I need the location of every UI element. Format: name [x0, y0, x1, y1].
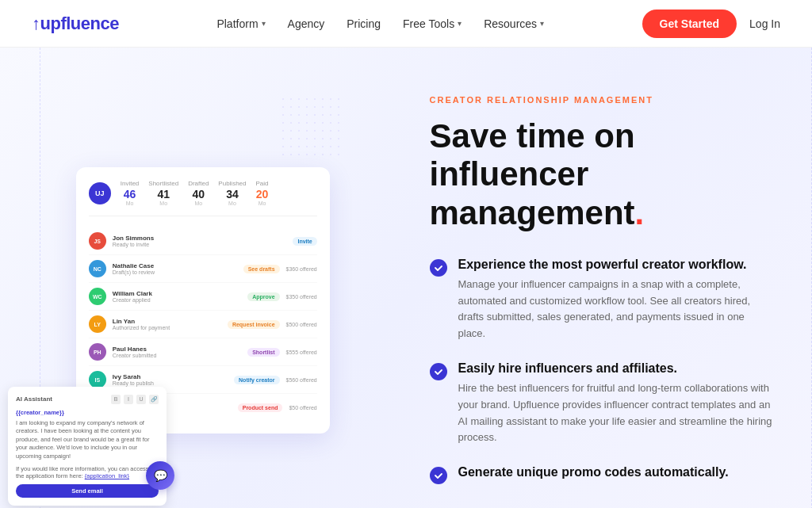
influencer-row: JS Jon Simmons Ready to invite Invite	[89, 227, 317, 255]
nav-resources[interactable]: Resources ▾	[484, 17, 544, 30]
logo[interactable]: ↑upfluence	[32, 13, 119, 34]
feature-title-2: Easily hire influencers and affiliates.	[458, 361, 772, 376]
ai-assistant-label: AI Assistant	[16, 395, 52, 403]
check-icon-3	[430, 467, 447, 484]
row-info: Nathalie Case Draft(s) to review	[113, 262, 237, 275]
row-name: Paul Hanes	[113, 346, 241, 353]
row-name: Ivy Sarah	[113, 373, 228, 380]
row-info: William Clark Creator applied	[113, 290, 241, 303]
ai-toolbar: B I U 🔗	[111, 395, 159, 404]
row-amount: $500 offered	[286, 322, 317, 327]
nav-platform[interactable]: Platform ▾	[216, 17, 265, 30]
ai-chat-icon: 💬	[154, 469, 167, 482]
user-avatar: UJ	[89, 182, 111, 204]
stat-shortlisted: Shortlisted 41 Mo	[148, 180, 178, 206]
row-amount: $560 offered	[286, 377, 317, 383]
feature-desc-1: Manage your influencer campaigns in a sn…	[458, 277, 772, 342]
navbar: ↑upfluence Platform ▾ Agency Pricing Fre…	[0, 0, 812, 48]
row-name: William Clark	[113, 290, 241, 297]
dots-pattern-top	[279, 95, 343, 159]
dashboard-mockup: UJ Invited 46 Mo Shortlisted 41 Mo Draft…	[0, 48, 390, 508]
row-name: Jon Simmons	[113, 235, 287, 242]
nav-agency[interactable]: Agency	[288, 17, 325, 30]
influencer-row: NC Nathalie Case Draft(s) to review See …	[89, 255, 317, 283]
hero-content: CREATOR RELATIONSHIP MANAGEMENT Save tim…	[390, 48, 812, 508]
row-info: Lin Yan Authorized for payment	[113, 318, 221, 330]
chevron-down-icon: ▾	[262, 19, 266, 28]
row-info: Jon Simmons Ready to invite	[113, 235, 287, 247]
check-icon-1	[430, 259, 447, 277]
stat-invited: Invited 46 Mo	[121, 180, 140, 206]
feature-title-1: Experience the most powerful creator wor…	[458, 258, 772, 272]
row-amount: $360 offered	[286, 266, 317, 272]
row-info: Paul Hanes Creator submitted	[113, 346, 241, 358]
feature-desc-2: Hire the best influencers for fruitful a…	[458, 380, 772, 446]
row-amount: $350 offered	[286, 294, 317, 300]
ai-avatar-circle: 💬	[146, 461, 174, 490]
ai-assistant-header: AI Assistant B I U 🔗	[16, 395, 159, 404]
row-info: Ivy Sarah Ready to publish	[113, 373, 228, 386]
bold-icon[interactable]: B	[111, 395, 121, 404]
ai-application-link[interactable]: {application_link}	[85, 472, 129, 479]
get-started-button[interactable]: Get Started	[642, 10, 737, 38]
section-label: CREATOR RELATIONSHIP MANAGEMENT	[430, 95, 772, 105]
stat-paid: Paid 20 Mo	[256, 180, 269, 206]
row-status: Authorized for payment	[113, 325, 221, 330]
row-name: Lin Yan	[113, 318, 221, 325]
row-status: Draft(s) to review	[113, 269, 237, 275]
row-badge[interactable]: Request invoice	[228, 320, 280, 329]
row-avatar: IS	[89, 371, 106, 388]
row-name: Nathalie Case	[113, 262, 237, 269]
row-badge[interactable]: Shortlist	[247, 348, 279, 357]
influencer-row: WC William Clark Creator applied Approve…	[89, 283, 317, 311]
feature-title-3: Generate unique promo codes automaticall…	[458, 465, 729, 479]
hero-headline: Save time on influencer management.	[430, 117, 772, 232]
nav-pricing[interactable]: Pricing	[347, 17, 381, 30]
row-avatar: JS	[89, 232, 106, 250]
feature-item-3: Generate unique promo codes automaticall…	[430, 465, 772, 484]
hero-section: UJ Invited 46 Mo Shortlisted 41 Mo Draft…	[0, 48, 812, 508]
row-status: Creator applied	[113, 297, 241, 303]
row-badge[interactable]: See drafts	[243, 265, 280, 273]
stats-row: UJ Invited 46 Mo Shortlisted 41 Mo Draft…	[89, 180, 317, 216]
italic-icon[interactable]: I	[124, 395, 133, 404]
logo-text: ↑upfluence	[32, 13, 119, 34]
row-status: Ready to invite	[113, 242, 287, 247]
row-amount: $50 offered	[289, 405, 316, 411]
feature-item-2: Easily hire influencers and affiliates. …	[430, 361, 772, 446]
row-avatar: NC	[89, 260, 106, 277]
row-avatar: WC	[89, 288, 106, 305]
row-avatar: LY	[89, 315, 106, 333]
row-status: Ready to publish	[113, 380, 228, 386]
ai-body-text: I am looking to expand my company's netw…	[16, 419, 159, 461]
ai-assistant-panel: AI Assistant B I U 🔗 {{creator_name}} I …	[8, 387, 167, 506]
row-amount: $555 offered	[286, 349, 317, 355]
row-badge[interactable]: Approve	[247, 292, 279, 301]
link-icon[interactable]: 🔗	[149, 395, 159, 404]
send-email-button[interactable]: Send email	[16, 484, 159, 498]
row-status: Creator submitted	[113, 353, 241, 358]
feature-content-3: Generate unique promo codes automaticall…	[458, 465, 729, 484]
check-icon-2	[430, 363, 447, 380]
login-button[interactable]: Log In	[749, 17, 780, 30]
row-badge[interactable]: Invite	[293, 237, 316, 246]
chevron-down-icon: ▾	[540, 19, 544, 28]
feature-content-2: Easily hire influencers and affiliates. …	[458, 361, 772, 446]
influencer-row: LY Lin Yan Authorized for payment Reques…	[89, 311, 317, 338]
nav-links: Platform ▾ Agency Pricing Free Tools ▾ R…	[216, 17, 544, 30]
feature-item-1: Experience the most powerful creator wor…	[430, 258, 772, 342]
row-badge[interactable]: Notify creator	[234, 376, 280, 384]
row-avatar: PH	[89, 343, 106, 361]
underline-icon[interactable]: U	[136, 395, 146, 404]
feature-content-1: Experience the most powerful creator wor…	[458, 258, 772, 342]
ai-template-var: {{creator_name}}	[16, 409, 159, 416]
stat-drafted: Drafted 40 Mo	[188, 180, 209, 206]
stat-published: Published 34 Mo	[218, 180, 246, 206]
chevron-down-icon: ▾	[458, 19, 462, 28]
influencer-row: PH Paul Hanes Creator submitted Shortlis…	[89, 338, 317, 366]
row-badge[interactable]: Product send	[238, 403, 283, 412]
nav-free-tools[interactable]: Free Tools ▾	[403, 17, 462, 30]
nav-actions: Get Started Log In	[642, 10, 780, 38]
ai-link-line: If you would like more information, you …	[16, 465, 159, 479]
